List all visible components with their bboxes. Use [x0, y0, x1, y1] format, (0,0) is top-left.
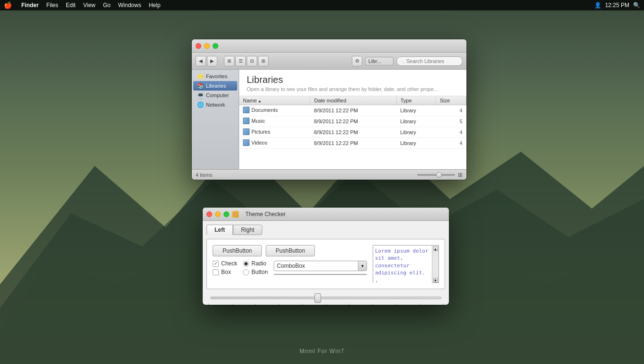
radio-label-2: Button: [251, 269, 268, 275]
sidebar-item-network[interactable]: 🌐 Network: [193, 100, 237, 109]
checkbox-box[interactable]: Box: [213, 269, 237, 275]
tab-right[interactable]: Right: [233, 225, 262, 235]
apple-menu[interactable]: 🍎: [4, 1, 12, 9]
network-icon: 🌐: [197, 101, 204, 108]
menu-help[interactable]: Help: [149, 2, 161, 9]
box-checkbox[interactable]: [213, 269, 219, 275]
table-row[interactable]: Music 8/9/2011 12:22 PM Library 5: [239, 116, 466, 127]
push-button-2[interactable]: PushButton: [266, 245, 315, 256]
menu-windows[interactable]: Windows: [118, 2, 142, 9]
column-view-button[interactable]: ⊟: [247, 56, 257, 66]
finder-sidebar: ⭐ Favorites 📚 Libraries 💻 Computer 🌐 Net…: [192, 70, 239, 169]
theme-left-panel: PushButton PushButton Check Box: [213, 245, 367, 275]
theme-checker-window: 🎨 Theme Checker Left Right PushButton Pu…: [203, 208, 449, 305]
col-date[interactable]: Date modified: [310, 96, 396, 105]
controls-row: Check Box Radio: [213, 260, 367, 275]
check-label: Check: [221, 260, 237, 267]
action-button[interactable]: ⚙: [352, 56, 362, 66]
theme-title-icon: 🎨: [232, 211, 239, 218]
back-button[interactable]: ◀: [196, 56, 206, 66]
scrollbar-up[interactable]: ▲: [433, 246, 438, 251]
tab-left[interactable]: Left: [206, 225, 233, 235]
table-row[interactable]: Documents 8/9/2011 12:22 PM Library 4: [239, 105, 466, 116]
menu-go[interactable]: Go: [103, 2, 111, 9]
menu-edit[interactable]: Edit: [66, 2, 76, 9]
sidebar-item-computer[interactable]: 💻 Computer: [193, 91, 237, 100]
checkbox-check[interactable]: Check: [213, 260, 237, 267]
sidebar-label-libraries: Libraries: [206, 83, 226, 89]
radio-btn-2[interactable]: [243, 269, 249, 275]
cell-date: 8/9/2011 12:22 PM: [310, 138, 396, 149]
theme-titlebar: 🎨 Theme Checker: [203, 208, 449, 221]
h-slider-thumb[interactable]: [314, 293, 321, 303]
finder-toolbar: ◀ ▶ ⊞ ☰ ⊟ ⊞ ⚙ Libr... 🔍: [192, 53, 466, 70]
items-count: 4 items: [196, 172, 212, 178]
cell-date: 8/9/2011 12:22 PM: [310, 127, 396, 138]
sidebar-item-libraries[interactable]: 📚 Libraries: [193, 81, 237, 91]
close-button[interactable]: [196, 43, 201, 49]
col-name[interactable]: Name: [239, 96, 310, 105]
minimize-button[interactable]: [204, 43, 210, 49]
radio-radio[interactable]: Radio: [243, 260, 268, 267]
cell-type: Library: [396, 105, 436, 116]
theme-maximize-button[interactable]: [224, 211, 229, 217]
finder-titlebar: [192, 39, 466, 53]
combo-box[interactable]: ComboBox ▼: [274, 261, 367, 271]
theme-content: PushButton PushButton Check Box: [206, 239, 445, 289]
menubar: 🍎 Finder Files Edit View Go Windows Help…: [0, 0, 644, 10]
sidebar-label-network: Network: [206, 102, 225, 108]
menubar-user-icon: 👤: [594, 2, 601, 9]
finder-header: Libraries Open a library to see your fil…: [239, 70, 466, 96]
cell-name: Music: [239, 116, 310, 127]
table-row[interactable]: Pictures 8/9/2011 12:22 PM Library 4: [239, 127, 466, 138]
sidebar-item-favorites[interactable]: ⭐ Favorites: [193, 72, 237, 81]
theme-close-button[interactable]: [206, 211, 212, 217]
h-slider[interactable]: [210, 297, 441, 299]
menubar-search-icon[interactable]: 🔍: [633, 2, 640, 9]
flow-view-button[interactable]: ⊞: [258, 56, 268, 66]
slider-row: [206, 295, 445, 301]
combo-arrow[interactable]: ▼: [358, 261, 367, 271]
cell-size: 5: [436, 116, 466, 127]
search-input[interactable]: [396, 56, 463, 66]
menu-files[interactable]: Files: [46, 2, 58, 9]
maximize-button[interactable]: [213, 43, 218, 49]
computer-icon: 💻: [197, 92, 204, 99]
menu-finder[interactable]: Finder: [21, 2, 39, 9]
push-button-1[interactable]: PushButton: [213, 245, 262, 256]
slider-ticks: [206, 304, 445, 305]
cell-size: 4: [436, 138, 466, 149]
path-display: Libr...: [365, 57, 394, 65]
cell-name: Videos: [239, 138, 310, 149]
favorites-icon: ⭐: [197, 73, 204, 80]
scrollbar-down[interactable]: ▼: [433, 278, 438, 282]
theme-minimize-button[interactable]: [215, 211, 221, 217]
col-type[interactable]: Type: [396, 96, 436, 105]
menubar-clock: 12:25 PM: [605, 2, 629, 9]
cell-size: 4: [436, 105, 466, 116]
radio-button[interactable]: Button: [243, 269, 268, 275]
check-checkbox[interactable]: [213, 261, 219, 267]
cell-size: 4: [436, 127, 466, 138]
finder-window: ◀ ▶ ⊞ ☰ ⊟ ⊞ ⚙ Libr... 🔍 ⭐ Favorites 📚: [192, 39, 466, 180]
table-row[interactable]: Videos 8/9/2011 12:22 PM Library 4: [239, 138, 466, 149]
progress-bar: [274, 274, 367, 275]
col-size[interactable]: Size: [436, 96, 466, 105]
radio-btn-1[interactable]: [243, 261, 249, 267]
size-slider[interactable]: [417, 174, 455, 176]
libraries-icon: 📚: [197, 82, 204, 89]
size-slider-thumb[interactable]: [436, 172, 442, 178]
cell-date: 8/9/2011 12:22 PM: [310, 116, 396, 127]
expand-icon[interactable]: ⊞: [458, 172, 463, 178]
sidebar-label-computer: Computer: [206, 92, 229, 98]
forward-button[interactable]: ▶: [207, 56, 217, 66]
finder-statusbar: 4 items ⊞: [192, 169, 466, 180]
buttons-row: PushButton PushButton: [213, 245, 367, 256]
icon-view-button[interactable]: ⊞: [224, 56, 234, 66]
list-view-button[interactable]: ☰: [235, 56, 246, 66]
menu-view[interactable]: View: [83, 2, 96, 9]
theme-right-panel: ▲ ▼: [373, 245, 439, 283]
finder-title: Libraries: [247, 74, 459, 85]
lorem-textarea[interactable]: [373, 246, 432, 283]
finder-body: ⭐ Favorites 📚 Libraries 💻 Computer 🌐 Net…: [192, 70, 466, 169]
